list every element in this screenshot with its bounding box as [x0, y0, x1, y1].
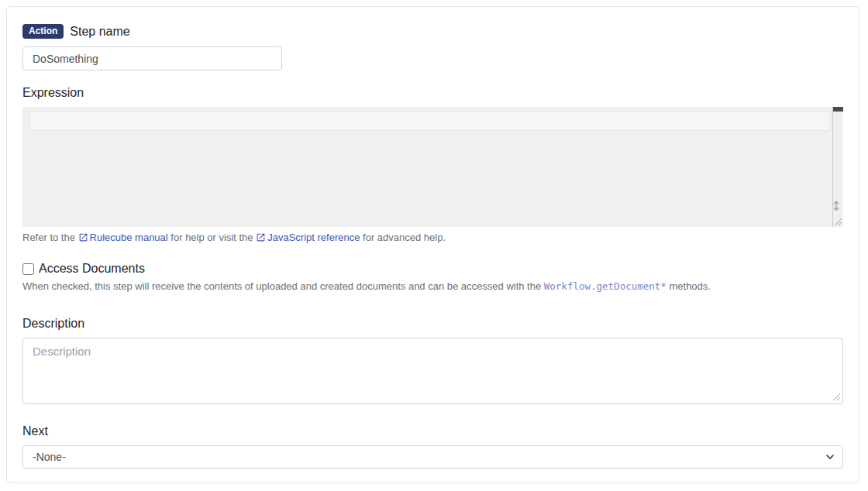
next-select-wrap: -None- — [22, 445, 843, 469]
access-documents-row[interactable]: Access Documents — [22, 262, 843, 276]
expression-scrollbar-thumb[interactable] — [833, 107, 843, 112]
access-documents-help-text: When checked, this step will receive the… — [22, 280, 843, 292]
rulecube-manual-link[interactable]: Rulecube manual — [78, 232, 168, 243]
javascript-reference-link[interactable]: JavaScript reference — [256, 232, 360, 243]
expression-help-text: Refer to the Rulecube manual for help or… — [22, 232, 843, 243]
expression-code-editor[interactable]: ↕ — [22, 107, 843, 227]
scroll-updown-icon: ↕ — [831, 200, 842, 213]
action-type-badge: Action — [22, 24, 64, 39]
workflow-getdocument-code: Workflow.getDocument* — [544, 280, 666, 292]
step-name-label: Step name — [70, 25, 129, 39]
step-name-header: Action Step name — [22, 24, 843, 39]
expression-active-line[interactable] — [29, 111, 831, 131]
step-editor-card: Action Step name Expression ↕ Refer to t… — [6, 6, 859, 483]
description-field-wrap — [22, 338, 843, 404]
resize-grip-icon[interactable] — [832, 392, 841, 401]
external-link-icon — [256, 232, 266, 242]
description-textarea[interactable] — [22, 338, 843, 404]
expression-scrollbar[interactable]: ↕ — [832, 107, 843, 227]
expression-label: Expression — [22, 86, 843, 100]
external-link-icon — [78, 232, 88, 242]
access-documents-label: Access Documents — [39, 262, 145, 276]
resize-grip-icon[interactable] — [833, 217, 842, 226]
description-label: Description — [22, 317, 843, 331]
next-select[interactable]: -None- — [22, 445, 843, 469]
next-label: Next — [22, 424, 843, 438]
access-documents-checkbox[interactable] — [22, 263, 34, 275]
step-name-input[interactable] — [22, 46, 282, 70]
